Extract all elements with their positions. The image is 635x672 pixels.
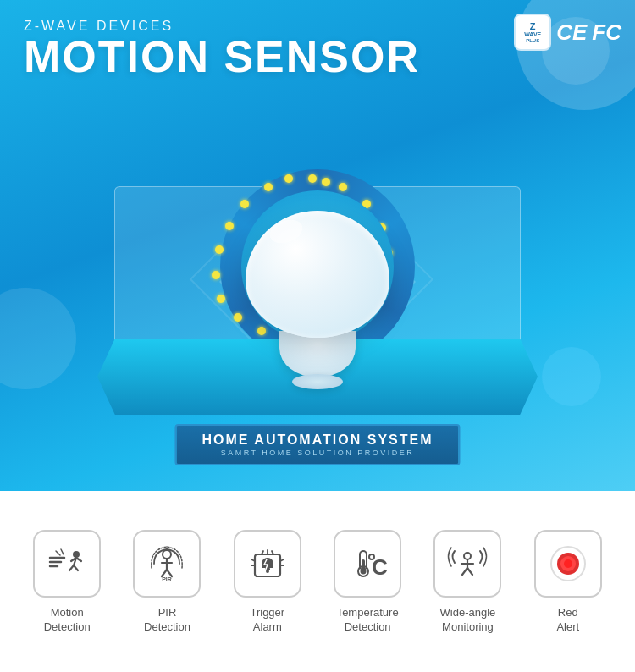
- motion-detection-label: MotionDetection: [44, 606, 91, 635]
- temperature-detection-label: TemperatureDetection: [337, 606, 399, 635]
- temperature-detection-icon: C: [346, 543, 389, 585]
- led-dot: [308, 174, 317, 183]
- svg-point-3: [73, 551, 80, 558]
- motion-detection-icon-box: [33, 530, 101, 598]
- certifications: Z WAVE PLUS CE FC: [514, 14, 621, 51]
- header-subtitle: Z-WAVE DEVICES: [24, 19, 420, 34]
- svg-line-10: [61, 549, 64, 554]
- svg-line-14: [167, 570, 172, 576]
- top-section: Z-WAVE DEVICES MOTION SENSOR Z WAVE PLUS…: [0, 0, 635, 491]
- red-alert-icon-box: [534, 530, 602, 598]
- feature-temperature-detection: C TemperatureDetection: [322, 530, 413, 635]
- led-dot: [240, 200, 249, 208]
- red-alert-label: RedAlert: [556, 606, 579, 635]
- wide-angle-monitoring-icon: [446, 543, 489, 585]
- pir-detection-icon: PIR: [146, 543, 188, 585]
- zwave-badge: Z WAVE PLUS: [514, 14, 551, 51]
- banner-title: HOME AUTOMATION SYSTEM: [202, 432, 433, 448]
- led-dot: [264, 183, 273, 191]
- temperature-detection-icon-box: C: [334, 530, 401, 598]
- svg-line-5: [69, 565, 74, 570]
- red-alert-icon: [547, 543, 589, 585]
- svg-point-41: [564, 559, 572, 568]
- svg-text:PIR: PIR: [163, 576, 173, 582]
- led-dot: [217, 295, 225, 303]
- decor-blob-3: [0, 288, 76, 389]
- pir-detection-icon-box: PIR: [133, 530, 201, 598]
- led-dot: [212, 271, 220, 279]
- led-dot: [284, 174, 293, 183]
- svg-point-30: [361, 569, 367, 575]
- svg-point-19: [266, 570, 269, 573]
- svg-line-13: [162, 570, 167, 576]
- led-dot: [225, 222, 234, 230]
- header-title: MOTION SENSOR: [24, 34, 420, 80]
- banner-subtitle: SAMRT HOME SOLUTION PROVIDER: [202, 449, 433, 457]
- motion-detection-icon: [46, 543, 88, 585]
- product-banner: HOME AUTOMATION SYSTEM SAMRT HOME SOLUTI…: [174, 424, 460, 465]
- feature-red-alert: RedAlert: [522, 530, 614, 635]
- led-dot: [234, 313, 242, 322]
- svg-line-36: [467, 568, 472, 575]
- fc-mark: FC: [592, 19, 621, 46]
- svg-point-33: [464, 553, 471, 559]
- svg-point-11: [163, 550, 171, 559]
- feature-pir-detection: PIR PIRDetection: [121, 530, 213, 635]
- svg-line-6: [74, 565, 78, 570]
- trigger-alarm-label: TriggerAlarm: [250, 606, 284, 635]
- feature-wide-angle-monitoring: Wide-angleMonitoring: [422, 530, 513, 635]
- pir-detection-label: PIRDetection: [144, 606, 190, 635]
- wide-angle-monitoring-label: Wide-angleMonitoring: [440, 606, 496, 635]
- svg-line-9: [56, 551, 60, 555]
- features-section: MotionDetection PIR PIRDetection: [0, 491, 635, 672]
- sensor-base: [279, 331, 356, 377]
- led-dot: [322, 178, 330, 186]
- led-dot: [215, 245, 224, 254]
- wide-angle-monitoring-icon-box: [433, 530, 501, 598]
- sensor-device: [246, 211, 389, 389]
- sensor-foot: [292, 374, 343, 389]
- trigger-alarm-icon-box: [234, 530, 301, 598]
- led-dot: [339, 183, 347, 191]
- sensor-globe: [246, 211, 389, 338]
- product-stage: [72, 178, 563, 415]
- trigger-alarm-icon: [246, 543, 289, 585]
- feature-motion-detection: MotionDetection: [21, 530, 113, 635]
- feature-trigger-alarm: TriggerAlarm: [222, 530, 313, 635]
- header: Z-WAVE DEVICES MOTION SENSOR: [24, 19, 420, 80]
- ce-mark: CE: [556, 19, 587, 46]
- svg-line-35: [462, 568, 467, 575]
